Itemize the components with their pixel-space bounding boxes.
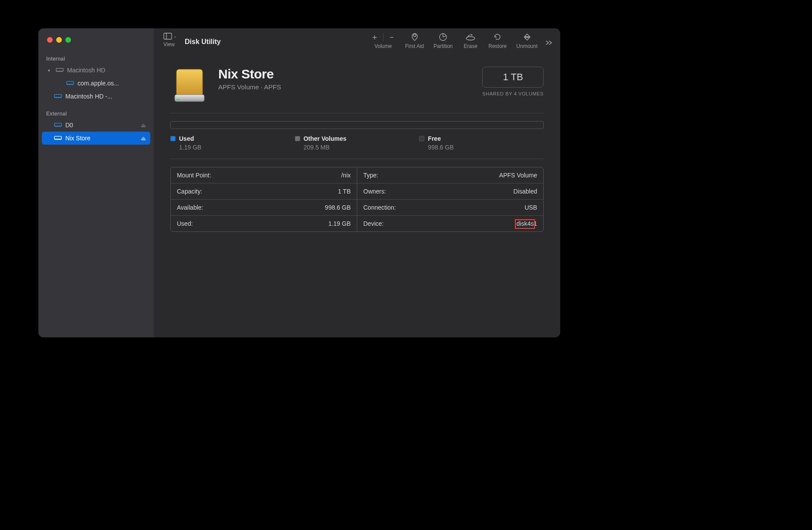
info-row: Connection:USB (357, 199, 543, 215)
disk-utility-window: Internal ▾ Macintosh HD com.apple.os... … (38, 28, 560, 337)
volume-add-button[interactable]: ＋ (371, 32, 379, 42)
eject-icon[interactable]: ⏏ (141, 122, 146, 129)
legend-label: Used (179, 135, 194, 142)
sidebar-item-label: Macintosh HD (67, 67, 146, 74)
info-row: Type:APFS Volume (357, 167, 543, 183)
sidebar-item-macintosh-hd[interactable]: ▾ Macintosh HD (42, 64, 150, 77)
info-col-left: Mount Point:/nix Capacity:1 TB Available… (171, 167, 357, 231)
info-value: APFS Volume (499, 172, 537, 179)
svg-point-12 (413, 34, 416, 37)
info-row: Used:1.19 GB (171, 215, 357, 231)
usage-bar (170, 121, 544, 129)
info-value: 998.6 GB (325, 204, 351, 211)
sidebar-section-internal: Internal (38, 53, 154, 64)
info-value-device: disk4s1 (517, 220, 537, 227)
partition-icon (439, 33, 447, 41)
toolbar-partition-button[interactable]: Partition (433, 33, 453, 49)
sidebar-item-label: D0 (65, 122, 137, 129)
svg-point-15 (471, 34, 473, 36)
volume-remove-button[interactable]: － (388, 32, 396, 42)
svg-rect-5 (54, 97, 61, 98)
volume-header: Nix Store APFS Volume · APFS 1 TB SHARED… (170, 67, 544, 105)
info-value: 1 TB (338, 188, 351, 195)
sidebar-item-macintosh-hd-data[interactable]: Macintosh HD -... (42, 90, 150, 103)
info-row: Device:disk4s1 (357, 215, 543, 231)
toolbar-unmount-button[interactable]: Unmount (516, 33, 538, 49)
info-key: Type: (363, 172, 378, 179)
view-button[interactable]: ⌄ (163, 33, 177, 40)
toolbar-label: Unmount (516, 43, 538, 49)
window-controls (38, 37, 154, 53)
toolbar-label: Volume (374, 43, 392, 49)
toolbar-label: Erase (464, 43, 477, 49)
zoom-window-button[interactable] (65, 37, 71, 43)
divider (170, 159, 544, 159)
volume-icon (170, 67, 209, 105)
info-key: Connection: (363, 204, 396, 211)
sidebar-item-com-apple-os[interactable]: com.apple.os... (42, 77, 150, 90)
sidebar-section-external: External (38, 108, 154, 119)
toolbar-volume: ＋ － Volume (371, 33, 396, 49)
sidebar-item-d0[interactable]: D0 ⏏ (42, 119, 150, 132)
minimize-window-button[interactable] (56, 37, 62, 43)
volume-name: Nix Store (218, 67, 281, 82)
sidebar: Internal ▾ Macintosh HD com.apple.os... … (38, 28, 154, 337)
svg-rect-16 (176, 69, 203, 96)
legend-free: Free 998.6 GB (419, 135, 544, 151)
content: Nix Store APFS Volume · APFS 1 TB SHARED… (154, 54, 560, 232)
shared-volumes-label: SHARED BY 4 VOLUMES (482, 91, 544, 96)
legend-value: 1.19 GB (170, 144, 295, 151)
svg-rect-18 (176, 99, 180, 100)
sidebar-item-nix-store[interactable]: Nix Store ⏏ (42, 132, 150, 145)
chevron-down-icon[interactable]: ▾ (48, 68, 52, 73)
unmount-icon (523, 33, 531, 41)
toolbar-erase-button[interactable]: Erase (462, 33, 479, 49)
svg-rect-10 (164, 33, 172, 39)
legend-used: Used 1.19 GB (170, 135, 295, 151)
svg-rect-9 (54, 139, 61, 140)
swatch-used (170, 136, 176, 141)
sidebar-item-label: Macintosh HD -... (65, 93, 146, 100)
legend-other: Other Volumes 209.5 MB (295, 135, 420, 151)
sidebar-item-label: com.apple.os... (78, 80, 146, 87)
eject-icon[interactable]: ⏏ (141, 135, 146, 142)
sidebar-toggle-icon (163, 33, 172, 40)
info-value: 1.19 GB (328, 220, 351, 227)
info-key: Capacity: (177, 188, 202, 195)
capacity-box: 1 TB (482, 67, 544, 88)
disk-icon (66, 80, 74, 86)
svg-rect-7 (54, 126, 61, 127)
toolbar: ⌄ View Disk Utility ＋ － Volume (154, 28, 560, 54)
info-key: Mount Point: (177, 172, 211, 179)
swatch-free (419, 136, 424, 141)
svg-rect-3 (67, 84, 74, 85)
disk-icon (54, 122, 62, 128)
main-pane: ⌄ View Disk Utility ＋ － Volume (154, 28, 560, 337)
legend-label: Free (428, 135, 441, 142)
app-title: Disk Utility (185, 38, 221, 46)
divider (170, 113, 544, 113)
volume-subtitle: APFS Volume · APFS (218, 83, 281, 91)
separator (383, 33, 383, 41)
toolbar-first-aid-button[interactable]: First Aid (405, 33, 424, 49)
info-value: /nix (341, 172, 351, 179)
info-row: Mount Point:/nix (171, 167, 357, 183)
svg-rect-1 (56, 71, 63, 72)
info-row: Available:998.6 GB (171, 199, 357, 215)
toolbar-label: Restore (488, 43, 507, 49)
toolbar-overflow-button[interactable] (545, 40, 553, 46)
erase-icon (465, 33, 476, 41)
info-key: Used: (177, 220, 193, 227)
svg-rect-17 (175, 95, 204, 102)
close-window-button[interactable] (47, 37, 53, 43)
chevron-down-icon: ⌄ (173, 34, 177, 38)
first-aid-icon (410, 33, 420, 41)
toolbar-label: First Aid (405, 43, 424, 49)
info-value: USB (524, 204, 537, 211)
view-label: View (163, 41, 175, 48)
info-key: Owners: (363, 188, 386, 195)
info-key: Device: (363, 220, 384, 227)
legend-label: Other Volumes (304, 135, 347, 142)
toolbar-restore-button[interactable]: Restore (488, 33, 507, 49)
usage-legend: Used 1.19 GB Other Volumes 209.5 MB Free… (170, 135, 544, 151)
